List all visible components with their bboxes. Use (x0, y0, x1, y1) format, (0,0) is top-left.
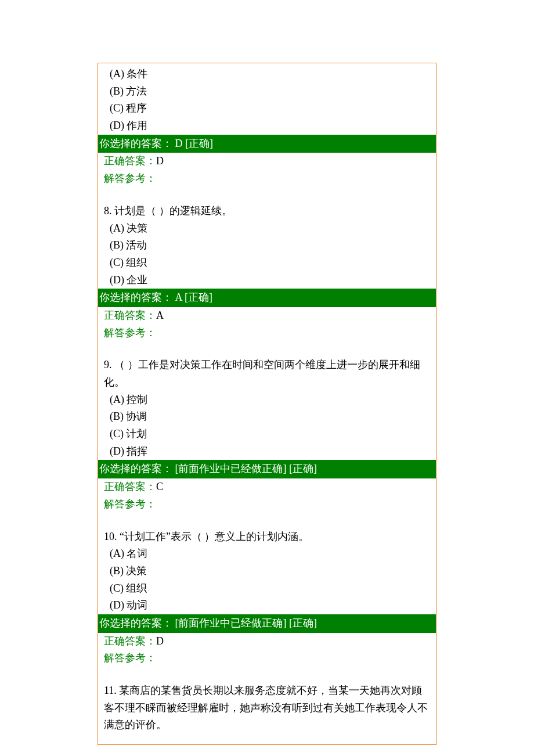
option: (A) 控制 (98, 391, 436, 409)
correct-label: 正确答案： (104, 309, 156, 321)
explain: 解答参考： (98, 170, 436, 188)
chosen-answer-bar: 你选择的答案： [前面作业中已经做正确] [正确] (98, 614, 436, 633)
chosen-answer-bar: 你选择的答案： D [正确] (98, 135, 436, 153)
option: (B) 协调 (98, 408, 436, 426)
correct-value: C (156, 481, 163, 492)
option: (A) 名词 (98, 545, 436, 563)
option: (D) 企业 (98, 272, 436, 289)
question-stem: 10. “计划工作”表示（ ）意义上的计划内涵。 (98, 528, 436, 546)
option: (C) 组织 (98, 580, 436, 597)
explain: 解答参考： (98, 325, 436, 342)
option: (D) 作用 (98, 117, 436, 135)
explain-label: 解答参考： (104, 498, 156, 510)
explain: 解答参考： (98, 496, 436, 513)
option: (A) 条件 (98, 66, 436, 83)
spacer (98, 188, 436, 203)
correct-value: D (156, 635, 164, 647)
question-stem: 9. （ ）工作是对决策工作在时间和空间两个维度上进一步的展开和细化。 (98, 357, 436, 391)
content-box: (A) 条件(B) 方法(C) 程序(D) 作用你选择的答案： D [正确]正确… (98, 63, 436, 745)
question-stem: 8. 计划是（ ）的逻辑延续。 (98, 203, 436, 220)
explain-label: 解答参考： (104, 652, 156, 664)
explain-label: 解答参考： (104, 327, 156, 339)
option: (B) 活动 (98, 237, 436, 254)
spacer (98, 667, 436, 682)
option: (D) 动词 (98, 597, 436, 614)
correct-answer: 正确答案：C (98, 478, 436, 496)
spacer (98, 341, 436, 357)
correct-label: 正确答案： (104, 155, 156, 167)
correct-answer: 正确答案：A (98, 307, 436, 325)
explain: 解答参考： (98, 650, 436, 667)
correct-value: D (156, 155, 164, 167)
correct-label: 正确答案： (104, 481, 156, 492)
correct-label: 正确答案： (104, 635, 156, 647)
page: (A) 条件(B) 方法(C) 程序(D) 作用你选择的答案： D [正确]正确… (0, 0, 534, 756)
option: (B) 方法 (98, 83, 436, 100)
explain-label: 解答参考： (104, 172, 156, 184)
option: (A) 决策 (98, 220, 436, 237)
option: (B) 决策 (98, 563, 436, 580)
chosen-answer-bar: 你选择的答案： A [正确] (98, 289, 436, 307)
option: (C) 计划 (98, 426, 436, 443)
spacer (98, 513, 436, 528)
option: (D) 指挥 (98, 443, 436, 460)
correct-value: A (156, 309, 164, 321)
correct-answer: 正确答案：D (98, 633, 436, 650)
question-stem: 11. 某商店的某售货员长期以来服务态度就不好，当某一天她再次对顾客不理不睬而被… (98, 682, 436, 734)
option: (C) 程序 (98, 100, 436, 117)
correct-answer: 正确答案：D (98, 153, 436, 170)
chosen-answer-bar: 你选择的答案： [前面作业中已经做正确] [正确] (98, 460, 436, 478)
option: (C) 组织 (98, 254, 436, 272)
